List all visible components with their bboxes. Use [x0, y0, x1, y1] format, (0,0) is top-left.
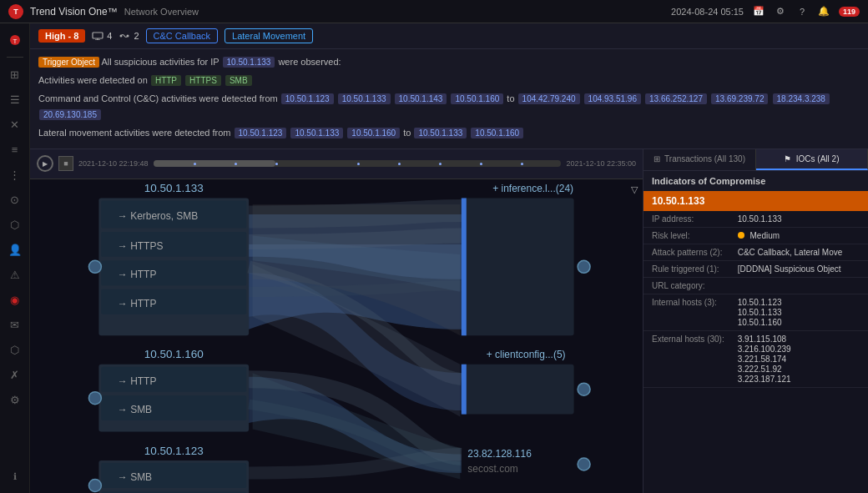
svg-text:→ HTTP: → HTTP	[118, 269, 157, 280]
sidebar-icon-list[interactable]: ☰	[5, 89, 25, 109]
risk-text: Medium	[750, 231, 780, 240]
alert-header: High - 8 4 2 C&C Callback Lateral Moveme…	[30, 23, 868, 49]
sidebar-icon-endpoint[interactable]: ⬡	[5, 340, 25, 360]
play-button[interactable]: ▶	[37, 155, 53, 172]
internal-hosts: 10.50.1.123 10.50.1.133 10.50.1.160	[733, 294, 868, 330]
sidebar-icon-threat[interactable]: ⚠	[5, 264, 25, 284]
svg-point-5	[120, 35, 123, 38]
risk-indicator	[738, 232, 744, 239]
lateral-to-text: to	[403, 128, 413, 138]
notification-icon[interactable]: 🔔	[817, 5, 830, 18]
timeline-end: 2021-12-10 22:35:00	[566, 159, 636, 168]
cnc-src-1: 10.50.1.123	[281, 93, 334, 104]
svg-point-6	[127, 35, 129, 38]
ioc-row-external: External hosts (30): 3.91.115.108 3.216.…	[643, 330, 868, 387]
top-bar: T Trend Vision One™ Network Overview 202…	[0, 0, 868, 23]
external-host-list: 3.91.115.108 3.216.100.239 3.221.58.174 …	[738, 335, 863, 384]
ip-highlight-1: 10.50.1.133	[223, 57, 275, 68]
svg-text:→ SMB: → SMB	[118, 471, 152, 483]
alert-description: Trigger Object All suspicious activities…	[30, 49, 868, 149]
filter-icon[interactable]: ▽	[631, 184, 638, 195]
sidebar-divider-1	[7, 57, 23, 58]
cnc-dst-2: 104.93.51.96	[584, 93, 641, 104]
timeline-track[interactable]	[154, 160, 562, 167]
sidebar-icon-users[interactable]: 👤	[5, 239, 25, 259]
sidebar-icon-info[interactable]: ℹ	[5, 466, 25, 486]
external-label: External hosts (30):	[643, 330, 733, 387]
svg-text:+ inference.l...(24): + inference.l...(24)	[492, 183, 573, 194]
tab-iocs-label: IOCs (All 2)	[796, 154, 840, 163]
url-value	[733, 277, 868, 294]
settings-icon[interactable]: ⚙	[774, 5, 787, 18]
ioc-panel: Indicators of Compromise 10.50.1.133 IP …	[643, 171, 868, 493]
svg-text:→ HTTPS: → HTTPS	[118, 240, 164, 252]
protocol-http: HTTP	[151, 75, 181, 86]
sidebar-icon-network[interactable]: ⬡	[5, 214, 25, 234]
sidebar-icon-menu[interactable]: ≡	[5, 139, 25, 159]
sidebar-icon-email[interactable]: ✉	[5, 314, 25, 335]
lateral-prefix-text: Lateral movement activities were detecte…	[38, 128, 234, 138]
app-logo: T	[8, 4, 23, 19]
ioc-row-attack: Attack patterns (2): C&C Callback, Later…	[643, 244, 868, 260]
internal-host-3: 10.50.1.160	[738, 318, 863, 327]
lat-dst-1: 10.50.1.133	[414, 128, 467, 138]
url-label: URL category:	[643, 277, 733, 294]
sidebar-icon-dashboard[interactable]: ⊞	[5, 64, 25, 84]
ioc-row-rule: Rule triggered (1): [DDDNA] Suspicious O…	[643, 260, 868, 277]
svg-point-30	[88, 260, 101, 273]
desc-text-1: All suspicious activities for IP	[101, 57, 221, 67]
internal-host-list: 10.50.1.123 10.50.1.133 10.50.1.160	[738, 298, 863, 327]
ioc-details-table: IP address: 10.50.1.133 Risk level: Medi…	[643, 211, 868, 388]
sidebar-icon-search[interactable]: ⊙	[5, 189, 25, 209]
svg-text:T: T	[13, 38, 17, 45]
rule-label: Rule triggered (1):	[643, 260, 733, 277]
severity-badge: High - 8	[38, 29, 85, 43]
left-sidebar: T ⊞ ☰ ✕ ≡ ⋮ ⊙ ⬡ 👤 ⚠ ◉ ✉ ⬡ ✗ ⚙ ℹ	[0, 23, 30, 493]
right-panel: ⊞ Transactions (All 130) ⚑ IOCs (All 2) …	[643, 149, 868, 493]
external-hosts: 3.91.115.108 3.216.100.239 3.221.58.174 …	[733, 330, 868, 387]
svg-text:+ clientconfig...(5): + clientconfig...(5)	[487, 349, 566, 360]
sankey-svg: 10.50.1.133 → Kerberos, SMB → HTTPS → HT…	[30, 179, 643, 493]
sidebar-icon-filter[interactable]: ⋮	[5, 164, 25, 184]
desc-line-lateral: Lateral movement activities were detecte…	[38, 125, 860, 142]
lat-dst-2: 10.50.1.160	[471, 128, 523, 138]
ext-host-3: 3.221.58.174	[738, 355, 863, 364]
right-panel-tabs: ⊞ Transactions (All 130) ⚑ IOCs (All 2)	[643, 149, 868, 171]
activities-text: Activities were detected on	[38, 75, 150, 85]
content-area: High - 8 4 2 C&C Callback Lateral Moveme…	[30, 23, 868, 493]
svg-text:→ HTTP: → HTTP	[118, 298, 157, 309]
attack-value: C&C Callback, Lateral Move	[733, 244, 868, 260]
tab-iocs[interactable]: ⚑ IOCs (All 2)	[756, 149, 869, 170]
internal-host-1: 10.50.1.123	[738, 298, 863, 307]
stop-button[interactable]: ■	[58, 156, 73, 171]
svg-rect-43	[462, 365, 467, 415]
sidebar-icon-cross2[interactable]: ✗	[5, 365, 25, 385]
devices-count: 4	[107, 31, 112, 41]
sidebar-icon-logo[interactable]: T	[5, 30, 25, 50]
attack-label: Attack patterns (2):	[643, 244, 733, 260]
threats-count: 2	[134, 31, 139, 41]
ioc-title: Indicators of Compromise	[643, 171, 868, 191]
help-icon[interactable]: ?	[795, 5, 809, 18]
svg-text:10.50.1.160: 10.50.1.160	[144, 348, 204, 360]
svg-point-39	[578, 260, 590, 273]
monitor-icon	[92, 32, 103, 40]
calendar-icon[interactable]: 📅	[752, 5, 765, 18]
sidebar-icon-close[interactable]: ✕	[5, 114, 25, 134]
svg-point-32	[88, 479, 101, 491]
table-icon: ⊞	[654, 154, 660, 163]
internal-host-2: 10.50.1.133	[738, 308, 863, 317]
cnc-to-text: to	[507, 93, 517, 103]
internal-label: Internal hosts (3):	[643, 294, 733, 330]
desc-line-cnc: Command and Control (C&C) activities wer…	[38, 91, 860, 124]
sidebar-icon-gear[interactable]: ⚙	[5, 390, 25, 410]
threat-icon	[119, 32, 130, 40]
tab-transactions[interactable]: ⊞ Transactions (All 130)	[643, 149, 756, 170]
ioc-selected-ip[interactable]: 10.50.1.133	[643, 191, 868, 211]
risk-value: Medium	[733, 227, 868, 244]
sidebar-icon-active[interactable]: ◉	[5, 289, 25, 309]
ip-value: 10.50.1.133	[733, 211, 868, 228]
sankey-diagram: ▽ 10.50.1.133 → Kerberos, SMB → HTTPS	[30, 179, 643, 493]
protocol-https: HTTPS	[185, 75, 221, 86]
cnc-src-4: 10.50.1.160	[451, 93, 503, 104]
